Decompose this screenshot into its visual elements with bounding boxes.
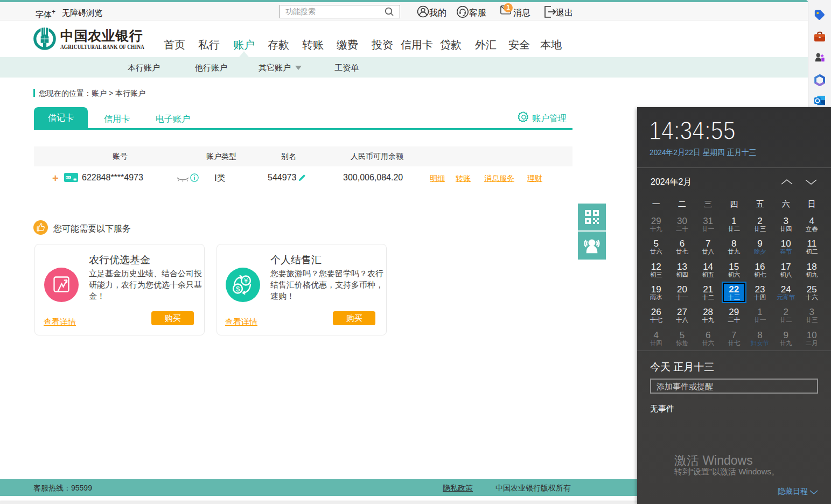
- svg-text:$: $: [236, 285, 240, 293]
- svg-text:¥: ¥: [243, 277, 248, 285]
